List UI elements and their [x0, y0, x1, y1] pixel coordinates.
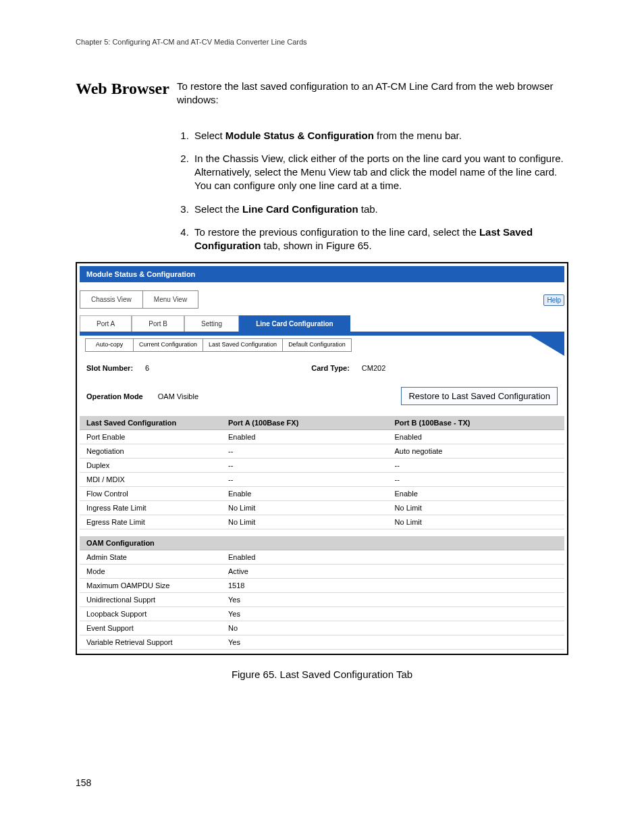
restore-button[interactable]: Restore to Last Saved Configuration: [401, 387, 558, 405]
table-row: Ingress Rate LimitNo LimitNo Limit: [80, 501, 564, 515]
table-cell: No Limit: [388, 501, 564, 515]
table-cell: Enable: [221, 487, 388, 501]
col-header-port-a: Port A (100Base FX): [221, 416, 388, 430]
step-text: tab.: [358, 203, 378, 215]
info-row: Slot Number: 6 Card Type: CM202: [77, 352, 567, 379]
col-header-config: Last Saved Configuration: [80, 416, 221, 430]
table-cell: --: [388, 459, 564, 473]
table-cell: No Limit: [221, 501, 388, 515]
table-cell: Ingress Rate Limit: [80, 501, 221, 515]
step-text: tab, shown in Figure 65.: [261, 240, 371, 251]
table-cell: Yes: [221, 635, 564, 650]
table-row: Variable Retrieval SupportYes: [80, 635, 564, 650]
decorative-triangle: [524, 332, 564, 356]
tab-chassis-view[interactable]: Chassis View: [80, 290, 143, 309]
screenshot-figure: Module Status & Configuration Chassis Vi…: [76, 262, 568, 655]
page-number: 158: [76, 777, 91, 788]
table-cell: 1518: [221, 579, 564, 593]
table-cell: Maximum OAMPDU Size: [80, 579, 221, 593]
table-cell: Yes: [221, 607, 564, 621]
slot-number-label: Slot Number:: [86, 364, 133, 372]
table-row: Port EnableEnabledEnabled: [80, 430, 564, 444]
table-cell: Active: [221, 565, 564, 579]
table-cell: Loopback Support: [80, 607, 221, 621]
table-cell: Egress Rate Limit: [80, 515, 221, 529]
tab-menu-view[interactable]: Menu View: [143, 290, 198, 309]
oam-config-table: OAM Configuration Admin StateEnabledMode…: [80, 536, 564, 650]
table-row: Egress Rate LimitNo LimitNo Limit: [80, 515, 564, 529]
table-cell: Enabled: [388, 430, 564, 444]
table-cell: Yes: [221, 593, 564, 607]
table-cell: Enabled: [221, 550, 564, 565]
tab-setting[interactable]: Setting: [184, 315, 239, 332]
table-cell: Enabled: [221, 430, 388, 444]
tab-port-b[interactable]: Port B: [132, 315, 184, 332]
table-cell: --: [388, 473, 564, 487]
table-cell: Auto negotiate: [388, 444, 564, 459]
table-cell: --: [221, 459, 388, 473]
step-text: Select the: [194, 203, 242, 215]
step-bold: Line Card Configuration: [242, 203, 358, 215]
tab-line-card-config[interactable]: Line Card Configuration: [239, 315, 350, 332]
figure-caption: Figure 65. Last Saved Configuration Tab: [76, 669, 568, 680]
table-cell: Enable: [388, 487, 564, 501]
card-type-label: Card Type:: [311, 364, 350, 372]
table-row: Duplex----: [80, 459, 564, 473]
table-row: Negotiation--Auto negotiate: [80, 444, 564, 459]
step-2: In the Chassis View, click either of the…: [192, 152, 568, 193]
table-cell: Mode: [80, 565, 221, 579]
table-cell: Variable Retrieval Support: [80, 635, 221, 650]
table-cell: Port Enable: [80, 430, 221, 444]
table-cell: Negotiation: [80, 444, 221, 459]
table-cell: No Limit: [388, 515, 564, 529]
last-saved-config-table: Last Saved Configuration Port A (100Base…: [80, 416, 564, 529]
step-text: from the menu bar.: [374, 130, 462, 141]
table-cell: MDI / MDIX: [80, 473, 221, 487]
table-cell: Duplex: [80, 459, 221, 473]
subtab-current-config[interactable]: Current Configuration: [134, 338, 203, 352]
steps-list: Select Module Status & Configuration fro…: [177, 129, 568, 253]
step-text: To restore the previous configuration to…: [194, 226, 479, 238]
table-cell: Admin State: [80, 550, 221, 565]
section-heading: Web Browser: [76, 80, 177, 117]
table-row: Admin StateEnabled: [80, 550, 564, 565]
table-row: Flow ControlEnableEnable: [80, 487, 564, 501]
chapter-header: Chapter 5: Configuring AT-CM and AT-CV M…: [76, 38, 568, 46]
operation-mode-value: OAM Visible: [158, 392, 198, 400]
table-cell: No Limit: [221, 515, 388, 529]
operation-mode-label: Operation Mode: [86, 392, 143, 400]
table-cell: --: [221, 473, 388, 487]
step-3: Select the Line Card Configuration tab.: [192, 203, 568, 216]
table-cell: No: [221, 621, 564, 635]
table-row: Loopback SupportYes: [80, 607, 564, 621]
slot-number-value: 6: [145, 364, 149, 372]
tab-underline: [80, 332, 564, 336]
help-button[interactable]: Help: [543, 294, 564, 306]
module-title-bar: Module Status & Configuration: [80, 266, 564, 282]
subtab-last-saved-config[interactable]: Last Saved Configuration: [203, 338, 283, 352]
card-type-value: CM202: [362, 364, 385, 372]
table-cell: --: [221, 444, 388, 459]
table-row: Event SupportNo: [80, 621, 564, 635]
step-bold: Module Status & Configuration: [225, 130, 374, 141]
step-1: Select Module Status & Configuration fro…: [192, 129, 568, 142]
intro-paragraph: To restore the last saved configuration …: [177, 80, 568, 107]
col-header-port-b: Port B (100Base - TX): [388, 416, 564, 430]
table-row: Unidirectional SupprtYes: [80, 593, 564, 607]
tab-port-a[interactable]: Port A: [80, 315, 132, 332]
step-4: To restore the previous configuration to…: [192, 226, 568, 253]
table-row: MDI / MDIX----: [80, 473, 564, 487]
step-text: Select: [194, 130, 225, 141]
table-cell: Flow Control: [80, 487, 221, 501]
col-header-oam: OAM Configuration: [80, 536, 564, 550]
subtab-auto-copy[interactable]: Auto-copy: [85, 338, 134, 352]
table-cell: Unidirectional Supprt: [80, 593, 221, 607]
table-row: Maximum OAMPDU Size1518: [80, 579, 564, 593]
subtab-default-config[interactable]: Default Configuration: [283, 338, 352, 352]
table-row: ModeActive: [80, 565, 564, 579]
table-cell: Event Support: [80, 621, 221, 635]
